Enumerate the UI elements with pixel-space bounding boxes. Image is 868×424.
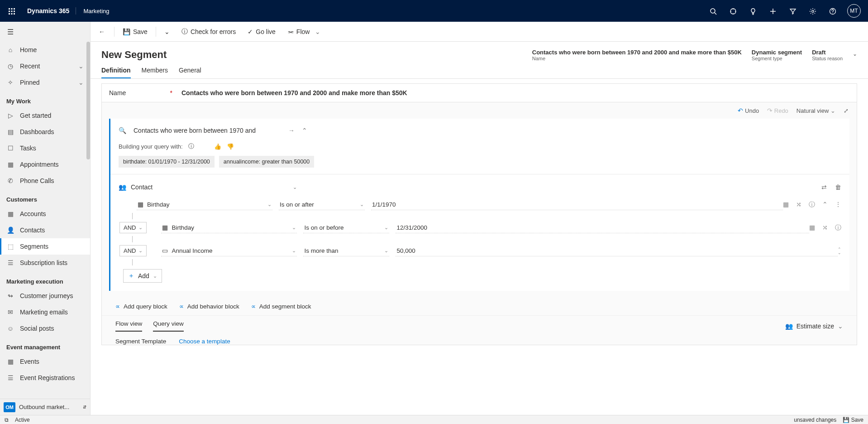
phone-icon: ✆ bbox=[6, 177, 14, 184]
save-dropdown[interactable]: ⌄ bbox=[161, 25, 173, 38]
apply-suggestion-icon[interactable]: → bbox=[288, 127, 295, 134]
collapse-icon[interactable]: ⌃ bbox=[302, 127, 307, 134]
lightbulb-icon[interactable] bbox=[743, 7, 763, 15]
list-icon: ☰ bbox=[6, 259, 14, 266]
operator[interactable]: Is on or before bbox=[304, 224, 343, 231]
info-icon[interactable]: ⓘ bbox=[188, 142, 194, 150]
nav-segments[interactable]: ⬚Segments bbox=[0, 238, 90, 255]
delete-icon[interactable]: 🗑 bbox=[835, 183, 841, 191]
nav-contacts[interactable]: 👤Contacts bbox=[0, 222, 90, 238]
undo-button[interactable]: ↶ Undo bbox=[738, 107, 759, 114]
entity-name[interactable]: Contact bbox=[131, 183, 153, 191]
nav-get-started[interactable]: ▷Get started bbox=[0, 107, 90, 124]
collapse-icon[interactable]: ⌃ bbox=[822, 201, 828, 209]
chip-birthdate[interactable]: birthdate: 01/01/1970 - 12/31/2000 bbox=[119, 156, 215, 168]
nav-marketing-emails[interactable]: ✉Marketing emails bbox=[0, 304, 90, 320]
nav-social-posts[interactable]: ☺Social posts bbox=[0, 320, 90, 337]
field-name[interactable]: Birthday bbox=[147, 201, 170, 208]
calendar-icon[interactable]: ▦ bbox=[809, 224, 815, 232]
area-label[interactable]: Marketing bbox=[76, 8, 116, 14]
header-expand-icon[interactable]: ⌄ bbox=[853, 49, 857, 57]
nav-recent[interactable]: ◷Recent⌄ bbox=[0, 58, 90, 74]
nav-event-registrations[interactable]: ☰Event Registrations bbox=[0, 370, 90, 386]
nav-dashboards[interactable]: ▤Dashboards bbox=[0, 124, 90, 140]
user-avatar[interactable]: MT bbox=[847, 4, 861, 18]
app-launcher-icon[interactable] bbox=[3, 7, 21, 15]
save-button[interactable]: 💾Save bbox=[119, 25, 151, 38]
nav-appointments[interactable]: ▦Appointments bbox=[0, 156, 90, 173]
view-switch[interactable]: Natural view ⌄ bbox=[796, 107, 835, 114]
target-icon[interactable] bbox=[723, 7, 743, 15]
sidebar-scrollbar[interactable] bbox=[86, 42, 90, 159]
journey-icon: ↬ bbox=[6, 292, 14, 299]
add-behavior-block-button[interactable]: ∝Add behavior block bbox=[179, 303, 239, 310]
chevron-down-icon[interactable]: ⌄ bbox=[360, 202, 364, 207]
back-button[interactable]: ← bbox=[95, 25, 110, 38]
hamburger-icon[interactable]: ☰ bbox=[0, 22, 90, 42]
redo-button[interactable]: ↷ Redo bbox=[767, 107, 788, 114]
thumbs-down-icon[interactable]: 👎 bbox=[227, 143, 234, 150]
field-name[interactable]: Birthday bbox=[172, 224, 194, 231]
operator[interactable]: Is on or after bbox=[280, 201, 314, 208]
info-icon[interactable]: ⓘ bbox=[809, 201, 815, 209]
entity-dropdown-icon[interactable]: ⌄ bbox=[293, 184, 297, 190]
chevron-down-icon[interactable]: ⌄ bbox=[384, 225, 388, 231]
chevron-down-icon[interactable]: ⌄ bbox=[384, 248, 388, 254]
nav-events[interactable]: ▦Events bbox=[0, 353, 90, 370]
choose-template-link[interactable]: Choose a template bbox=[179, 338, 230, 345]
filter-icon[interactable] bbox=[783, 7, 803, 15]
nav-home[interactable]: ⌂Home bbox=[0, 42, 90, 58]
query-view-tab[interactable]: Query view bbox=[153, 320, 184, 332]
field-name[interactable]: Annual Income bbox=[172, 247, 212, 254]
nav-subscription-lists[interactable]: ☰Subscription lists bbox=[0, 255, 90, 271]
tab-members[interactable]: Members bbox=[142, 67, 168, 78]
redo-icon: ↷ bbox=[767, 107, 773, 114]
value-input[interactable]: 1/1/1970 bbox=[371, 199, 783, 210]
area-switcher[interactable]: OM Outbound market... ⇵ bbox=[0, 399, 90, 415]
share-icon[interactable]: ⇄ bbox=[821, 183, 827, 191]
shuffle-icon[interactable]: ⤭ bbox=[796, 201, 801, 209]
stepper-icon[interactable]: ⌃⌄ bbox=[838, 247, 841, 255]
and-operator[interactable]: AND⌄ bbox=[119, 245, 147, 256]
more-icon[interactable]: ⋮ bbox=[835, 201, 841, 209]
popout-icon[interactable]: ⧉ bbox=[5, 417, 9, 423]
nav-accounts[interactable]: ▦Accounts bbox=[0, 206, 90, 222]
view-label: Natural view bbox=[796, 107, 829, 114]
chevron-down-icon[interactable]: ⌄ bbox=[292, 248, 296, 254]
value-input[interactable]: 12/31/2000 bbox=[396, 222, 809, 233]
info-icon[interactable]: ⓘ bbox=[835, 224, 841, 232]
plus-icon[interactable] bbox=[763, 7, 783, 15]
help-icon[interactable] bbox=[823, 7, 843, 15]
gear-icon[interactable] bbox=[803, 7, 823, 15]
add-segment-block-button[interactable]: ∝Add segment block bbox=[251, 303, 311, 310]
nav-customer-journeys[interactable]: ↬Customer journeys bbox=[0, 288, 90, 304]
search-icon[interactable] bbox=[703, 7, 723, 15]
nav-pinned[interactable]: ✧Pinned⌄ bbox=[0, 74, 90, 91]
add-condition-button[interactable]: ＋ Add ⌄ bbox=[123, 269, 162, 283]
brand-label[interactable]: Dynamics 365 bbox=[21, 7, 76, 14]
nav-phone-calls[interactable]: ✆Phone Calls bbox=[0, 173, 90, 189]
expand-icon[interactable]: ⤢ bbox=[844, 107, 849, 114]
thumbs-up-icon[interactable]: 👍 bbox=[214, 143, 221, 150]
flow-button[interactable]: ⫘Flow⌄ bbox=[284, 25, 324, 38]
nl-suggestion-text[interactable]: Contacts who were born between 1970 and bbox=[134, 127, 256, 134]
nav-label: Tasks bbox=[20, 145, 36, 152]
tab-definition[interactable]: Definition bbox=[101, 67, 131, 78]
go-live-button[interactable]: ✓Go live bbox=[244, 25, 279, 38]
value-input[interactable]: 50,000 bbox=[396, 246, 838, 256]
calendar-icon[interactable]: ▦ bbox=[783, 201, 789, 209]
and-operator[interactable]: AND⌄ bbox=[119, 222, 147, 233]
chevron-down-icon[interactable]: ⌄ bbox=[292, 225, 296, 231]
check-errors-button[interactable]: ⓘCheck for errors bbox=[178, 25, 239, 39]
chevron-down-icon[interactable]: ⌄ bbox=[267, 202, 272, 207]
add-query-block-button[interactable]: ∝Add query block bbox=[115, 303, 167, 310]
flow-view-tab[interactable]: Flow view bbox=[115, 320, 142, 332]
operator[interactable]: Is more than bbox=[304, 247, 338, 254]
tab-general[interactable]: General bbox=[179, 67, 201, 78]
estimate-size-button[interactable]: 👥Estimate size⌄ bbox=[785, 323, 843, 330]
nav-tasks[interactable]: ☐Tasks bbox=[0, 140, 90, 156]
chip-income[interactable]: annualincome: greater than 50000 bbox=[219, 156, 314, 168]
save-status-button[interactable]: 💾 Save bbox=[843, 417, 863, 423]
shuffle-icon[interactable]: ⤭ bbox=[822, 224, 828, 232]
name-value[interactable]: Contacts who were born between 1970 and … bbox=[181, 89, 407, 96]
